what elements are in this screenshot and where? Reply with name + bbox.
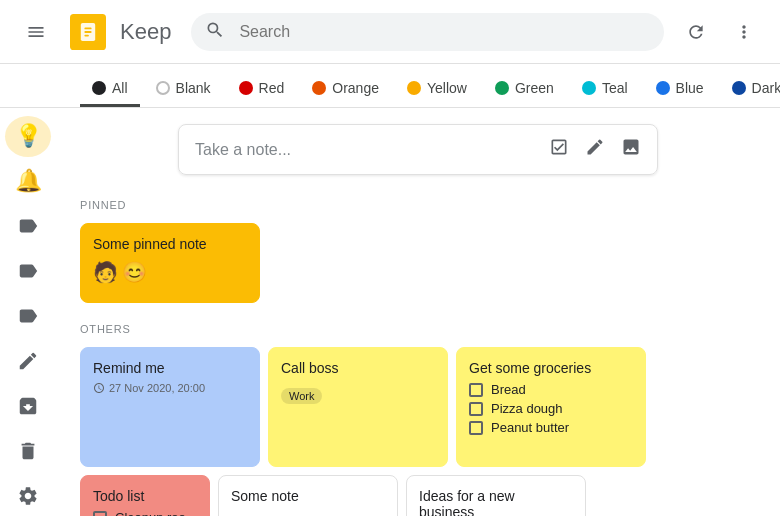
content-area: Take a note... PINNED Some pinned note 🧑 [56,108,780,516]
svg-rect-2 [84,31,91,33]
grocery-item-3: Peanut butter [469,420,633,435]
svg-rect-1 [84,27,91,29]
note-title-groceries: Get some groceries [469,360,633,376]
note-title-ideas: Ideas for a new business [419,488,573,516]
note-tag-callboss: Work [281,388,322,404]
checkbox-1 [469,383,483,397]
filter-tab-all[interactable]: All [80,72,140,107]
sidebar-item-notes[interactable]: 💡 [5,116,51,157]
note-title-callboss: Call boss [281,360,435,376]
pinned-section-label: PINNED [80,199,756,211]
grocery-item-2: Pizza dough [469,401,633,416]
sidebar-item-label1[interactable] [5,206,51,247]
filter-tab-darkblue-label: Dark blue [752,80,780,96]
search-icon [205,20,225,43]
dot-green [495,81,509,95]
note-card-somenote[interactable]: Some note [218,475,398,516]
note-avatars-pinned1: 🧑 😊 [93,260,247,284]
filter-tab-yellow[interactable]: Yellow [395,72,479,107]
grocery-label-3: Peanut butter [491,420,569,435]
filter-tab-orange[interactable]: Orange [300,72,391,107]
note-title-remind: Remind me [93,360,247,376]
filter-tab-orange-label: Orange [332,80,379,96]
todo-cb-1 [93,511,107,517]
filter-tab-yellow-label: Yellow [427,80,467,96]
dot-red [239,81,253,95]
checkbox-3 [469,421,483,435]
take-note-icons [549,137,641,162]
filter-tab-teal[interactable]: Teal [570,72,640,107]
note-date-remind: 27 Nov 2020, 20:00 [93,382,247,394]
filter-tab-blank-label: Blank [176,80,211,96]
take-note-placeholder: Take a note... [195,141,549,159]
checkbox-2 [469,402,483,416]
filter-tab-green[interactable]: Green [483,72,566,107]
filter-tab-teal-label: Teal [602,80,628,96]
pencil-icon[interactable] [585,137,605,162]
note-card-callboss[interactable]: Call boss Work [268,347,448,467]
dot-orange [312,81,326,95]
sidebar-item-archive[interactable] [5,385,51,426]
more-options-button[interactable] [724,12,764,52]
image-icon[interactable] [621,137,641,162]
grocery-label-1: Bread [491,382,526,397]
refresh-button[interactable] [676,12,716,52]
dot-blank [156,81,170,95]
dot-blue [656,81,670,95]
checkbox-icon[interactable] [549,137,569,162]
dot-all [92,81,106,95]
note-card-groceries[interactable]: Get some groceries Bread Pizza dough Pea… [456,347,646,467]
grocery-item-1: Bread [469,382,633,397]
dot-yellow [407,81,421,95]
filter-tab-blank[interactable]: Blank [144,72,223,107]
filter-tab-all-label: All [112,80,128,96]
todo-item-1: Cleanup roo... [93,510,197,516]
note-title-todo: Todo list [93,488,197,504]
note-card-pinned1[interactable]: Some pinned note 🧑 😊 [80,223,260,303]
search-input[interactable] [191,13,664,51]
sidebar-item-label2[interactable] [5,251,51,292]
sidebar-item-trash[interactable] [5,430,51,471]
sidebar: 💡 🔔 [0,108,56,516]
dot-darkblue [732,81,746,95]
others-section-label: OTHERS [80,323,756,335]
note-card-todo[interactable]: Todo list Cleanup roo... Buy new clot...… [80,475,210,516]
take-note-bar[interactable]: Take a note... [178,124,658,175]
sidebar-item-edit[interactable] [5,340,51,381]
app-title: Keep [120,19,171,45]
note-title-pinned1: Some pinned note [93,236,247,252]
search-bar [191,13,664,51]
filter-tabs: All Blank Red Orange Yellow Green Teal B… [0,64,780,108]
note-card-ideas[interactable]: Ideas for a new business [406,475,586,516]
dot-teal [582,81,596,95]
todo-label-1: Cleanup roo... [115,510,197,516]
avatar-1: 🧑 [93,260,118,284]
topbar: Keep [0,0,780,64]
pinned-notes-grid: Some pinned note 🧑 😊 [80,223,756,303]
note-title-somenote: Some note [231,488,385,504]
topbar-actions [676,12,764,52]
main-layout: 💡 🔔 Take a note... [0,108,780,516]
note-card-remind[interactable]: Remind me 27 Nov 2020, 20:00 [80,347,260,467]
filter-tab-blue-label: Blue [676,80,704,96]
svg-rect-3 [84,34,89,36]
sidebar-item-reminders[interactable]: 🔔 [5,161,51,202]
filter-tab-red[interactable]: Red [227,72,297,107]
filter-tab-red-label: Red [259,80,285,96]
filter-tab-blue[interactable]: Blue [644,72,716,107]
sidebar-item-label3[interactable] [5,296,51,337]
sidebar-item-settings[interactable] [5,475,51,516]
remind-date-text: 27 Nov 2020, 20:00 [109,382,205,394]
grocery-label-2: Pizza dough [491,401,563,416]
menu-button[interactable] [16,12,56,52]
avatar-2: 😊 [122,260,147,284]
filter-tab-darkblue[interactable]: Dark blue [720,72,780,107]
logo-icon [68,12,108,52]
filter-tab-green-label: Green [515,80,554,96]
others-notes-grid: Remind me 27 Nov 2020, 20:00 Call boss W… [80,347,756,516]
